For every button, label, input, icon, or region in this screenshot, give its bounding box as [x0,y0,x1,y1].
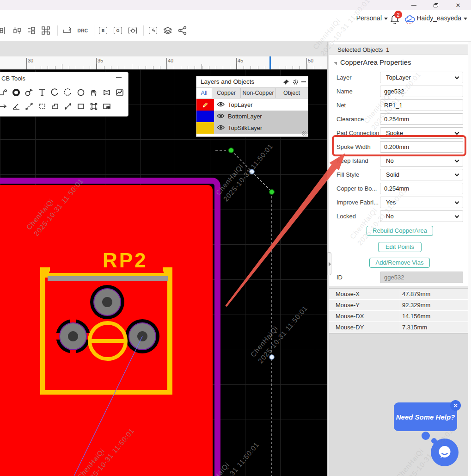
selected-objects-count: 1 [386,44,389,55]
eye-icon[interactable] [217,101,225,107]
selected-objects-bar: Selected Objects 1 [329,44,468,55]
import-icon[interactable] [148,25,158,36]
tab-copper[interactable]: Copper [212,88,241,98]
component-tool-icon[interactable] [12,25,22,36]
notification-badge: 2 [394,11,402,19]
pencil-icon [202,102,208,108]
notification-bell-icon[interactable]: 2 [390,14,399,24]
pcb-tools-minimize-icon[interactable] [116,77,122,78]
cloud-logo-icon[interactable] [404,14,416,25]
share-icon[interactable] [177,25,188,36]
keep-island-select[interactable]: No [380,155,463,167]
layer-row-toplayer[interactable]: TopLayer [196,99,308,111]
workspace-selector[interactable]: Personal [356,14,388,22]
topsilklayer-color-swatch[interactable] [196,122,214,134]
panelize-tool-icon[interactable] [101,101,112,112]
layer-row-bottomlayer[interactable]: BottomLayer [196,111,308,122]
tab-object[interactable]: Object [276,88,307,98]
chat-button[interactable] [431,439,459,466]
user-menu[interactable]: Haidy_easyeda [416,14,467,22]
spoke-width-highlight-box [332,135,466,156]
gerber-icon[interactable]: G [113,25,123,36]
copperarea-properties-header[interactable]: CopperArea Properties [329,58,468,68]
text-tool-icon[interactable] [37,87,48,98]
drc-tool-icon[interactable]: DRC [77,25,89,36]
pin-icon[interactable] [283,79,289,85]
eye-icon[interactable] [217,113,225,119]
right-scrollbar[interactable] [468,42,471,476]
layer-select[interactable]: TopLayer [380,72,463,83]
add-remove-vias-button[interactable]: Add/Remove Vias [369,258,430,268]
layer-row-topsilklayer[interactable]: TopSilkLayer [196,122,308,134]
fill-style-select[interactable]: Solid [380,169,463,180]
pin-tool-icon[interactable] [24,87,35,98]
close-button[interactable]: ✕ [451,1,465,9]
restore-button[interactable] [429,1,443,9]
angle-tool-icon[interactable] [11,101,22,112]
rect-tool-icon[interactable] [75,101,86,112]
arrow-tool-icon[interactable] [0,101,9,112]
footprint-tool-icon[interactable] [0,25,6,36]
arc-tool-icon[interactable] [49,87,61,98]
mouse-info-table: Mouse-X47.879mm Mouse-Y92.329mm Mouse-DX… [329,288,468,334]
layers-panel-title: Layers and Objects [201,78,254,85]
collapse-triangle-icon [334,62,337,65]
circle-tool-icon[interactable] [75,87,86,98]
rebuild-copperarea-button[interactable]: Rebuild CopperArea [367,226,433,236]
pcb-tools-panel: CB Tools [0,72,128,117]
select-area-tool-icon[interactable] [37,101,48,112]
help-bubble[interactable]: Need Some Help? [394,402,457,431]
title-bar: ✕ [0,0,471,10]
horizontal-ruler: 30 35 40 45 50 [0,56,327,69]
panel-resize-handle[interactable] [302,131,307,136]
help-bubble-close-icon[interactable]: ✕ [450,400,461,411]
settings-gear-icon[interactable] [293,79,299,85]
origin-icon[interactable] [128,25,138,36]
minimize-button[interactable] [407,1,421,9]
panel-collapse-handle[interactable] [327,252,331,275]
donut-pad-tool-icon[interactable] [11,87,22,98]
tab-all[interactable]: All [196,88,212,98]
copper-to-board-input[interactable]: 0.254mm [380,183,463,194]
main-toolbar: DRC B G Personal 2 Haidy_easyeda [0,10,471,42]
bottomlayer-color-swatch[interactable] [196,111,214,122]
canvas-top-bar [0,42,327,56]
pan-tool-icon[interactable] [88,87,99,98]
layers-panel-minimize-icon[interactable] [301,81,306,82]
track-tool-icon[interactable] [0,87,9,98]
toplayer-color-swatch[interactable] [196,99,214,111]
board-lib-icon[interactable]: B [98,25,108,36]
id-label: ID [336,272,343,283]
arc2-tool-icon[interactable] [62,87,73,98]
edit-points-button[interactable]: Edit Points [378,242,422,252]
improve-fabrication-select[interactable]: Yes [380,197,463,208]
pcb-tools-title: CB Tools [1,75,25,82]
shape-tool-icon[interactable] [101,87,112,98]
image-tool-icon[interactable] [114,87,125,98]
polygon-tool-icon[interactable] [49,101,61,112]
name-input[interactable]: gge532 [380,86,463,97]
measure-line-tool-icon[interactable] [24,101,35,112]
dimension-tool-icon[interactable] [62,101,73,112]
tab-non-copper[interactable]: Non-Copper [241,88,276,98]
locked-select[interactable]: No [380,210,463,222]
group-tool-icon[interactable] [88,101,99,112]
cursor-position-marker [269,56,271,69]
align-tool-icon[interactable] [26,25,37,36]
command-tool-icon[interactable] [41,25,51,36]
clearance-input[interactable]: 0.254mm [380,113,463,125]
net-input[interactable]: RP1_1 [380,99,463,111]
route-tool-icon[interactable] [62,25,72,36]
eye-icon[interactable] [217,124,225,130]
properties-panel: Selected Objects 1 CopperArea Properties… [329,42,468,476]
id-value: gge532 [380,272,463,283]
layers-icon[interactable] [163,25,173,36]
layers-panel: Layers and Objects All Copper Non-Copper… [196,76,308,137]
